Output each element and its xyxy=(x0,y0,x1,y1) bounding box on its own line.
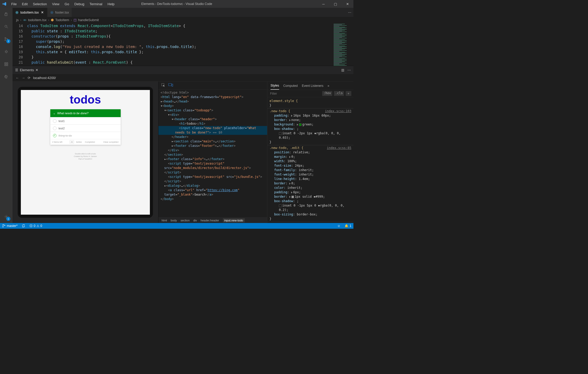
svg-point-25 xyxy=(24,20,25,20)
todo-filters: All Active Completed xyxy=(70,140,96,144)
clear-completed[interactable]: Clear completed xyxy=(103,141,118,143)
info-text: Double-click to edit a todo Created by R… xyxy=(21,153,150,160)
panel-close-icon[interactable]: ✕ xyxy=(35,68,38,72)
breadcrumb-item[interactable]: todoItem.tsx xyxy=(28,18,47,22)
breadcrumbs[interactable]: js › todoItem.tsx › ⬢ TodoItem › ◫ handl… xyxy=(13,17,353,23)
tab-styles[interactable]: Styles xyxy=(271,82,279,90)
svg-line-10 xyxy=(7,52,8,52)
reload-icon[interactable]: ⟳ xyxy=(28,76,30,80)
todo-checkbox[interactable] xyxy=(53,119,57,123)
svg-rect-12 xyxy=(5,63,6,64)
styles-filter: :hov .cls ＋ xyxy=(267,90,353,97)
svg-line-9 xyxy=(5,52,5,52)
todo-item[interactable]: test2 xyxy=(50,124,121,132)
svg-rect-15 xyxy=(7,63,8,64)
dom-breadcrumb[interactable]: html body section div header.header inpu… xyxy=(158,217,267,223)
panel-tab-elements[interactable]: Elements xyxy=(20,68,34,72)
filter-active[interactable]: Active xyxy=(75,140,83,144)
svg-line-1 xyxy=(7,27,8,28)
menubar: File Edit Selection View Go Debug Termin… xyxy=(9,1,117,7)
tab-event-listeners[interactable]: Event Listeners xyxy=(302,82,323,89)
todo-item[interactable]: thing to do xyxy=(50,132,121,139)
menu-selection[interactable]: Selection xyxy=(30,1,49,7)
activity-explorer[interactable] xyxy=(0,8,13,20)
activity-search[interactable] xyxy=(0,20,13,33)
activity-settings[interactable]: 1 xyxy=(0,210,13,223)
cls-button[interactable]: .cls xyxy=(334,91,344,96)
filter-all[interactable]: All xyxy=(70,140,74,144)
close-button[interactable]: ✕ xyxy=(341,0,353,8)
url-text[interactable]: localhost:4200/ xyxy=(33,76,56,80)
editor-tabs: todoItem.tsx ✕ footer.tsx ⋯ xyxy=(13,8,353,17)
preview-viewport[interactable]: todos ⌄ What needs to be done? test1 tes… xyxy=(21,90,150,215)
chevron-down-icon[interactable]: ⌄ xyxy=(53,112,55,115)
vscode-logo-icon xyxy=(0,2,9,6)
app-title: todos xyxy=(21,90,150,108)
status-problems[interactable]: ⓧ0 ⚠0 xyxy=(27,223,44,229)
menu-view[interactable]: View xyxy=(50,1,62,7)
activity-scm[interactable]: 2 xyxy=(0,33,13,45)
tab-footer[interactable]: footer.tsx xyxy=(47,8,72,17)
styles-rules[interactable]: element.style {}.new-todo {index.scss:10… xyxy=(267,97,353,223)
svg-point-17 xyxy=(17,12,17,13)
panel-tabs: ☰ Elements ✕ ▥ ⋯ xyxy=(13,66,353,74)
react-file-icon xyxy=(15,11,19,14)
minimap[interactable] xyxy=(333,23,353,66)
back-icon[interactable]: ← xyxy=(16,76,19,80)
statusbar: master* ⓧ0 ⚠0 ☺ 🔔1 xyxy=(0,223,353,229)
menu-help[interactable]: Help xyxy=(105,1,117,7)
breadcrumb-item[interactable]: js xyxy=(16,18,19,22)
react-file-icon xyxy=(50,11,54,14)
chevron-right-icon: › xyxy=(20,18,21,22)
class-symbol-icon: ⬢ xyxy=(51,18,54,22)
svg-rect-29 xyxy=(172,84,173,86)
scm-badge: 2 xyxy=(6,39,10,43)
svg-point-31 xyxy=(3,227,3,227)
layout-icon[interactable]: ▥ xyxy=(341,68,344,72)
menu-go[interactable]: Go xyxy=(62,1,71,7)
status-sync[interactable] xyxy=(20,223,27,229)
forward-icon[interactable]: → xyxy=(22,76,25,80)
window-title: Elements - DevTools-todomvc - Visual Stu… xyxy=(141,2,212,6)
code-area[interactable]: class TodoItem extends React.Component<I… xyxy=(27,23,333,66)
activity-extensions[interactable] xyxy=(0,58,13,70)
list-icon: ☰ xyxy=(15,68,18,72)
settings-badge: 1 xyxy=(6,217,10,221)
svg-line-8 xyxy=(7,51,8,51)
menu-edit[interactable]: Edit xyxy=(20,1,30,7)
activity-debug[interactable] xyxy=(0,45,13,58)
menu-terminal[interactable]: Terminal xyxy=(87,1,105,7)
tab-computed[interactable]: Computed xyxy=(283,82,298,89)
tab-more-icon[interactable]: » xyxy=(328,82,329,89)
code-editor[interactable]: 141516171819202122232425 class TodoItem … xyxy=(13,23,353,66)
todo-item[interactable]: test1 xyxy=(50,117,121,124)
todo-checkbox[interactable] xyxy=(53,134,57,137)
tab-todoitem[interactable]: todoItem.tsx ✕ xyxy=(13,8,47,17)
panel-more-icon[interactable]: ⋯ xyxy=(347,68,351,72)
minimize-button[interactable]: ─ xyxy=(317,0,329,8)
activitybar: 2 1 xyxy=(0,8,13,223)
device-icon[interactable] xyxy=(168,83,173,88)
dom-tree[interactable]: <!doctype html><html lang="en" data-fram… xyxy=(158,89,267,217)
inspect-icon[interactable] xyxy=(161,83,165,88)
editor-more-icon[interactable]: ⋯ xyxy=(348,10,353,14)
activity-edge-icon[interactable] xyxy=(0,70,13,83)
menu-debug[interactable]: Debug xyxy=(72,1,87,7)
menu-file[interactable]: File xyxy=(9,1,19,7)
svg-line-7 xyxy=(5,51,5,51)
todo-checkbox[interactable] xyxy=(53,126,57,130)
status-branch[interactable]: master* xyxy=(0,223,20,229)
hov-button[interactable]: :hov xyxy=(322,91,332,96)
svg-point-5 xyxy=(5,51,7,53)
new-todo-input[interactable]: ⌄ What needs to be done? xyxy=(50,109,121,117)
styles-filter-input[interactable] xyxy=(267,92,322,95)
status-feedback[interactable]: ☺ xyxy=(335,223,342,229)
todo-count: 2 items left xyxy=(52,141,63,143)
filter-completed[interactable]: Completed xyxy=(84,140,96,144)
breadcrumb-item[interactable]: handleSubmit xyxy=(78,18,99,22)
breadcrumb-item[interactable]: TodoItem xyxy=(55,18,69,22)
maximize-button[interactable]: ▢ xyxy=(329,0,341,8)
add-rule-button[interactable]: ＋ xyxy=(346,91,351,96)
status-notifications[interactable]: 🔔1 xyxy=(342,223,353,229)
tab-close-icon[interactable]: ✕ xyxy=(40,10,45,15)
